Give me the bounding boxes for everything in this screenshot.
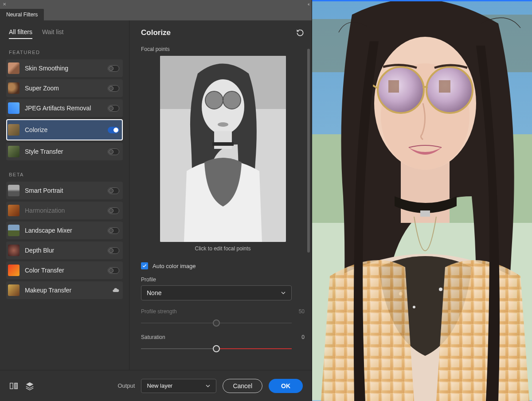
filter-thumb xyxy=(8,265,20,276)
filter-thumb xyxy=(8,205,20,216)
section-beta: BETA xyxy=(9,172,123,177)
filter-thumb xyxy=(8,102,20,114)
svg-rect-25 xyxy=(388,80,399,93)
ok-button[interactable]: OK xyxy=(269,379,303,393)
filter-label: Depth Blur xyxy=(25,247,108,254)
filter-label: Makeup Transfer xyxy=(25,287,112,294)
filter-thumb xyxy=(8,82,20,94)
profile-value: None xyxy=(147,289,161,296)
filter-thumb xyxy=(8,225,20,236)
filter-label: Skin Smoothing xyxy=(25,65,108,72)
toggle-jpeg-artifacts[interactable] xyxy=(108,105,119,112)
filter-settings-column: Colorize Focal points xyxy=(129,20,312,370)
toggle-color-transfer[interactable] xyxy=(108,267,119,274)
output-label: Output xyxy=(117,382,135,389)
focal-points-label: Focal points xyxy=(141,46,305,52)
cloud-download-icon[interactable] xyxy=(112,287,119,294)
output-value: New layer xyxy=(147,382,172,389)
filter-thumb xyxy=(8,245,20,256)
saturation-value: 0 xyxy=(301,334,305,340)
auto-color-label: Auto color image xyxy=(153,263,196,269)
svg-point-22 xyxy=(378,67,424,113)
close-icon[interactable]: ✕ xyxy=(3,2,6,7)
settings-scrollbar[interactable] xyxy=(307,49,310,253)
panel-tab-neural-filters[interactable]: Neural Filters xyxy=(0,9,44,20)
auto-color-checkbox[interactable] xyxy=(141,262,148,269)
filter-label: Style Transfer xyxy=(25,148,108,155)
document-canvas[interactable] xyxy=(312,0,532,401)
panel-tab-row: Neural Filters xyxy=(0,8,312,20)
profile-strength-label: Profile strength xyxy=(141,308,177,315)
toggle-smart-portrait[interactable] xyxy=(108,187,119,194)
toggle-skin-smoothing[interactable] xyxy=(108,65,119,72)
saturation-label: Saturation xyxy=(141,334,165,340)
filter-style-transfer[interactable]: Style Transfer xyxy=(6,143,123,160)
focal-points-preview[interactable] xyxy=(160,56,286,242)
filter-depth-blur[interactable]: Depth Blur xyxy=(6,241,123,259)
filter-label: Landscape Mixer xyxy=(25,227,108,234)
panel-titlebar: ✕ ‹‹ xyxy=(0,0,312,8)
toggle-colorize[interactable] xyxy=(108,127,119,133)
cancel-button[interactable]: Cancel xyxy=(223,379,262,393)
chevron-down-icon xyxy=(281,290,286,296)
panel-footer: Output New layer Cancel OK xyxy=(0,370,312,401)
filter-label: Super Zoom xyxy=(25,85,108,92)
focal-points-caption: Click to edit focal points xyxy=(141,245,305,252)
svg-point-29 xyxy=(413,306,415,308)
filter-list-column: All filters Wait list FEATURED Skin Smoo… xyxy=(0,20,129,370)
filter-thumb xyxy=(8,284,20,296)
filter-label: JPEG Artifacts Removal xyxy=(25,105,108,112)
chevron-down-icon xyxy=(205,383,211,389)
svg-rect-8 xyxy=(212,142,234,146)
reset-icon[interactable] xyxy=(296,28,305,37)
filter-label: Color Transfer xyxy=(25,267,108,274)
filter-colorize[interactable]: Colorize xyxy=(6,119,123,140)
toggle-super-zoom[interactable] xyxy=(108,85,119,92)
filter-makeup-transfer[interactable]: Makeup Transfer xyxy=(6,281,123,299)
filter-color-transfer[interactable]: Color Transfer xyxy=(6,261,123,279)
filter-thumb xyxy=(8,146,20,157)
svg-rect-26 xyxy=(439,80,450,93)
filter-super-zoom[interactable]: Super Zoom xyxy=(6,79,123,97)
filter-thumb xyxy=(8,185,20,196)
toggle-depth-blur[interactable] xyxy=(108,247,119,254)
svg-point-3 xyxy=(205,91,223,109)
settings-title: Colorize xyxy=(141,28,171,37)
collapse-icon[interactable]: ‹‹ xyxy=(308,1,309,7)
svg-point-6 xyxy=(218,122,228,127)
filter-label: Smart Portrait xyxy=(25,187,108,194)
filter-thumb xyxy=(8,62,20,74)
layers-icon[interactable] xyxy=(25,381,35,391)
profile-strength-slider[interactable] xyxy=(141,317,292,330)
filter-jpeg-artifacts[interactable]: JPEG Artifacts Removal xyxy=(6,99,123,117)
profile-strength-value: 50 xyxy=(299,308,305,315)
svg-rect-10 xyxy=(15,383,17,389)
toggle-harmonization[interactable] xyxy=(108,207,119,214)
svg-point-30 xyxy=(439,288,442,291)
section-featured: FEATURED xyxy=(9,50,123,55)
output-select[interactable]: New layer xyxy=(141,379,216,393)
saturation-slider[interactable] xyxy=(141,343,292,355)
filter-smart-portrait[interactable]: Smart Portrait xyxy=(6,182,123,199)
svg-rect-7 xyxy=(214,131,232,149)
toggle-landscape-mixer[interactable] xyxy=(108,227,119,234)
tab-wait-list[interactable]: Wait list xyxy=(42,28,63,39)
filter-skin-smoothing[interactable]: Skin Smoothing xyxy=(6,59,123,77)
tab-all-filters[interactable]: All filters xyxy=(9,28,32,39)
svg-rect-9 xyxy=(10,383,13,389)
profile-select[interactable]: None xyxy=(141,285,292,300)
before-after-icon[interactable] xyxy=(9,381,19,391)
svg-rect-27 xyxy=(420,210,430,217)
profile-label: Profile xyxy=(141,276,305,283)
filter-label: Colorize xyxy=(25,126,108,133)
svg-point-4 xyxy=(223,91,241,109)
neural-filters-panel: ✕ ‹‹ Neural Filters All filters Wait lis… xyxy=(0,0,312,401)
filter-landscape-mixer[interactable]: Landscape Mixer xyxy=(6,222,123,239)
filter-thumb xyxy=(8,124,20,136)
filter-harmonization[interactable]: Harmonization xyxy=(6,202,123,219)
toggle-style-transfer[interactable] xyxy=(108,148,119,155)
filter-label: Harmonization xyxy=(25,207,108,214)
